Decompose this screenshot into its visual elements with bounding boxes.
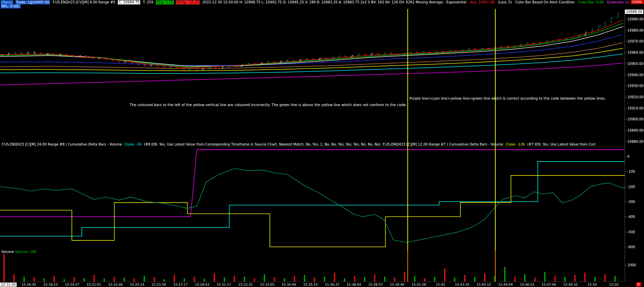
volume-pane-title: Volume xyxy=(1,250,15,254)
time-axis-label: 15:35:14 xyxy=(300,283,321,286)
header-field: 2022-12-30 15:50:00 H: 10998.75 L: 10992… xyxy=(202,0,467,4)
time-axis-label: 15:38:57 xyxy=(365,283,386,286)
price-scale-label: 10880.00 xyxy=(627,140,644,144)
time-axis-label: 15:50 xyxy=(603,283,625,286)
delta-scale-label: -500 xyxy=(627,230,635,234)
time-axis-label: 15:34:46 xyxy=(278,283,300,286)
delta-scale-label: -100 xyxy=(627,170,635,173)
price-scale-label: 10890.00 xyxy=(627,129,644,132)
volume-scale-label: 1000 xyxy=(627,263,636,267)
header-field: Color Bar: 0.00 xyxy=(577,0,604,4)
subgraph-header-field: (#7.ID9, Yes, Use Latest Value from Corr xyxy=(526,142,596,146)
time-axis-label: 15:21:01 xyxy=(83,283,105,286)
time-axis-label: 15:45:12 xyxy=(473,283,495,286)
subgraph-header-field: Close: -126 xyxy=(505,142,525,146)
delta-scale-label: -300 xyxy=(627,200,635,204)
delta-green xyxy=(0,169,625,242)
time-axis-label: 15:47:46 xyxy=(538,283,560,286)
ma-green xyxy=(0,23,623,67)
price-scale-label: 10910.00 xyxy=(627,106,644,110)
time-axis-label: 15:46:09 xyxy=(495,283,516,286)
time-axis-label: 15:33:05 xyxy=(256,283,278,286)
header-field: Extension Lines: 0. xyxy=(606,0,629,4)
bar-countdown-box: 8 xyxy=(636,282,641,287)
title-bar: [Sim1]Trade: 1@10907.50F.US.ENQh23 [CV][… xyxy=(0,0,644,9)
price-scale-label: 10980.00 xyxy=(627,29,644,32)
subgraph-header-field: F.US.ENQH23 [C][M] 12.00 Range #7 | Cumu… xyxy=(382,142,505,146)
time-axis-label: 15:49:32 xyxy=(559,283,581,286)
time-axis-label: 15:29:43 xyxy=(191,283,213,286)
chart-annotation-right: Purple line>cyan line>yellow line>green … xyxy=(409,96,606,100)
price-scale-label: 10920.00 xyxy=(627,95,644,99)
time-axis-labels: 15:16:4515:18:2315:19:2715:21:0115:22:46… xyxy=(18,283,625,286)
delta-magenta xyxy=(0,150,625,217)
time-axis-label: 15:16:45 xyxy=(18,283,40,286)
header-field: Color Bar Based On Alert Condition xyxy=(515,0,576,4)
trading-app-window: { "header": { "line1": [ {"text":"[Sim1]… xyxy=(0,0,644,287)
chart-annotation-left: The coloured bars to the left of the yel… xyxy=(126,103,411,107)
delta-cyan xyxy=(0,162,625,236)
time-axis-label: 15:27:17 xyxy=(170,283,191,286)
subgraph-header-field: (#8.ID9, Yes, Use Latest Value from Corr… xyxy=(142,142,382,146)
volume-pane-header: Volume Volume: 289 xyxy=(1,250,36,254)
header-field: T: 259 xyxy=(142,0,154,4)
time-axis-label: 15:36:37 xyxy=(321,283,343,286)
header-field: NPL: 0.00C xyxy=(1,4,21,9)
time-axis-label: 15:22:46 xyxy=(105,283,126,286)
header-field: C: 10998.75 xyxy=(118,0,140,4)
price-scale-label: 10960.00 xyxy=(627,51,644,54)
header-field: Chg: 3.75 xyxy=(156,0,173,4)
header-field: (Last, 5) xyxy=(497,0,513,4)
volume-value: Volume: 289 xyxy=(15,250,36,254)
time-axis-label: 15:42 xyxy=(430,283,452,286)
time-axis-label: 15:46:22 xyxy=(516,283,538,286)
time-axis-label: 15:18:23 xyxy=(40,283,61,286)
header-field: Avg: 10991.68 xyxy=(469,0,495,4)
header-field: F.US.ENQh23 [CV][M] 6.00 Range #5 xyxy=(52,0,116,4)
price-scale-label: 10990.00 xyxy=(627,17,644,21)
header-field: [Sim1] xyxy=(1,0,13,4)
subgraph-header: F.US.ENQH23 [C][M] 24.00 Range #8 | Cumu… xyxy=(1,142,624,146)
time-axis-label: 15:39:46 xyxy=(386,283,408,286)
price-scale-label: 10900.00 xyxy=(627,117,644,121)
price-scale-label: 10970.00 xyxy=(627,39,644,43)
time-axis-label: 15:32:31 xyxy=(235,283,256,286)
delta-yellow xyxy=(0,175,625,247)
time-axis-label: 15:43:35 xyxy=(451,283,473,286)
time-axis-label: 15:25:24 xyxy=(126,283,148,286)
last-trade-price-flag: 10998. xyxy=(631,0,644,4)
ma-white xyxy=(0,27,623,66)
time-axis-label: 15:31:27 xyxy=(213,283,235,286)
time-axis-label: 15:25:50 xyxy=(148,283,170,286)
time-axis-label: 15:19:27 xyxy=(61,283,83,286)
delta-scale-label: -600 xyxy=(627,245,635,249)
time-axis-label: 15:38:04 xyxy=(343,283,365,286)
header-row-1: [Sim1]Trade: 1@10907.50F.US.ENQh23 [CV][… xyxy=(1,0,629,4)
header-field: Trade: 1@10907.50 xyxy=(15,0,50,4)
header-field: DChg: -15.25 xyxy=(176,0,200,4)
delta-scale-label: -200 xyxy=(627,185,635,189)
date-chip: 22-12-30 xyxy=(0,283,17,287)
delta-scale-label: 0 xyxy=(627,155,629,158)
ma-orange xyxy=(0,43,623,69)
delta-scale-label: -400 xyxy=(627,215,635,219)
last-price-box: 10998.00 xyxy=(625,10,643,14)
price-scale-label: 10930.00 xyxy=(627,84,644,88)
time-axis-label: 15:50 xyxy=(581,283,603,286)
price-scale-label: 10950.00 xyxy=(627,62,644,66)
header-row-2: NPL: 0.00C xyxy=(1,4,629,9)
time-axis-label: 15:41:28 xyxy=(408,283,430,286)
time-axis[interactable]: 22-12-30 15:16:4515:18:2315:19:2715:21:0… xyxy=(0,282,625,287)
price-scale[interactable]: 10998.00 10990.0010980.0010970.0010960.0… xyxy=(625,9,644,282)
subgraph-header-field: Close: -34 xyxy=(124,142,142,146)
price-scale-label: 10940.00 xyxy=(627,73,644,77)
subgraph-header-field: F.US.ENQH23 [C][M] 24.00 Range #8 | Cumu… xyxy=(1,142,124,146)
